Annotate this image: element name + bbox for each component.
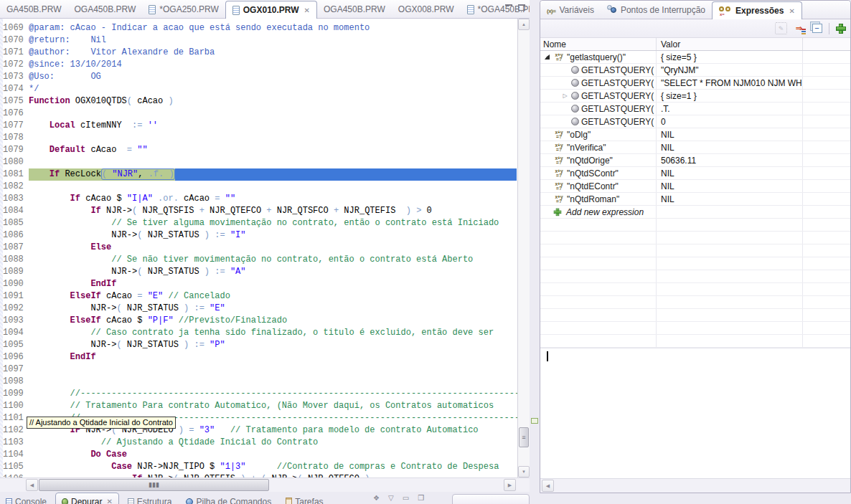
expression-row[interactable]: x+y=?"nQtdRoman"NIL [540,193,850,206]
view-tab-depurar[interactable]: Depurar✕ [55,493,119,504]
pane-divider[interactable] [530,0,540,504]
code-line-1089[interactable]: 1089 NJR->( NJR_STATUS ) := "A" [3,266,517,278]
code-line-1088[interactable]: 1088 // Se não tiver movimentação no con… [3,254,517,266]
editor-tab-ogx010prw[interactable]: OGX010.PRW✕ [225,1,317,19]
editor-vertical-scrollbar[interactable]: ▲ ≡ ▼ [517,19,530,477]
editor-tab-ogx008prw[interactable]: OGX008.PRW [392,1,461,18]
close-icon[interactable]: ✕ [789,7,794,15]
code-editor[interactable]: 1069@param: cAcao - Indicar a acao que e… [0,19,530,477]
code-line-1070[interactable]: 1070@return: Nil [3,34,517,47]
minimize-icon[interactable]: ▭ [403,494,409,502]
add-expression-row[interactable]: Add new expression [540,206,850,219]
column-header-value[interactable]: Valor [656,38,802,50]
editor-tab-oga450bprw[interactable]: OGA450B.PRW [317,1,392,18]
view-tab-console[interactable]: Console [0,493,52,504]
expression-row[interactable]: x+y=?"getlastquery()"{ size=5 } [540,51,850,64]
scroll-up-icon[interactable]: ▲ [518,19,530,30]
code-line-1083[interactable]: 1083 If cAcao $ "I|A" .or. cAcao = "" [3,193,517,205]
view-menu-icon[interactable]: ❖ [373,494,380,502]
expression-row[interactable]: GETLASTQUERY("SELECT * FROM NJM010 NJM W… [540,77,850,90]
code-line-1100[interactable]: 1100 // Tratamento Para contrato Automat… [3,400,517,412]
expression-row[interactable]: x+y=?"oDlg"NIL [540,128,850,141]
expressions-table-header[interactable]: Nome Valor [540,37,850,51]
editor-tab-ga450bprw[interactable]: GA450B.PRW [0,1,67,18]
scroll-left-icon[interactable]: ◀ [542,480,554,492]
expression-value: 50636.11 [656,154,802,166]
vertical-scroll-thumb[interactable]: ≡ [519,427,529,447]
code-line-1077[interactable]: 1077 Local cItemNNY := '' [3,120,517,132]
debug-tab-pontos-de-interrup-o[interactable]: Pontos de Interrupção [601,1,712,19]
expression-row[interactable]: GETLASTQUERY(0 [540,115,850,128]
code-line-1099[interactable]: 1099 //---------------------------------… [3,388,517,400]
code-line-1103[interactable]: 1103 // Ajustando a Qtidade Inicial do C… [3,437,517,449]
scroll-down-icon[interactable]: ▼ [518,466,530,477]
code-line-1082[interactable]: 1082 [3,181,517,193]
expression-detail-pane[interactable] [540,348,850,478]
expression-row[interactable]: x+y=?"nQtdEContr"NIL [540,180,850,193]
code-line-1080[interactable]: 1080 [3,156,517,168]
expression-row[interactable]: GETLASTQUERY(.T. [540,103,850,115]
code-line-1084[interactable]: 1084 If NJR->( NJR_QTSFIS + NJR_QTEFCO +… [3,205,517,217]
line-number: 1102 [3,424,24,437]
collapse-all-icon[interactable]: − [811,22,823,34]
expression-name: GETLASTQUERY( [581,65,654,75]
filter-icon[interactable]: ▽ [388,494,394,502]
code-line-1094[interactable]: 1094 // Caso contrato ja tenha sido fina… [3,327,517,339]
code-line-1076[interactable]: 1076 [3,108,517,120]
code-line-1092[interactable]: 1092 NJR->( NJR_STATUS ) := "E" [3,303,517,315]
scroll-right-icon[interactable]: ▶ [504,479,516,491]
code-line-1069[interactable]: 1069@param: cAcao - Indicar a acao que e… [3,22,517,34]
debug-tab-vari-veis[interactable]: (x)=Variáveis [540,1,601,19]
code-line-1074[interactable]: 1074*/ [3,83,517,95]
view-tab-tarefas[interactable]: Tarefas [280,493,329,504]
horizontal-scroll-thumb[interactable]: ▮▮▮ [39,479,269,491]
code-line-1104[interactable]: 1104 Do Case [3,449,517,461]
expression-row[interactable]: x+y=?"nVerifica"NIL [540,141,850,154]
column-header-name[interactable]: Nome [543,39,656,49]
code-line-1095[interactable]: 1095 NJR->( NJR_STATUS ) := "P" [3,339,517,351]
code-line-1105[interactable]: 1105 Case NJR->NJR_TIPO $ "1|3" //Contra… [3,461,517,473]
editor-horizontal-scrollbar[interactable]: ◀ ▮▮▮ ▶ [0,477,530,492]
editor-tab-oga250prw[interactable]: *OGA250.PRW [142,1,225,18]
expression-row[interactable]: GETLASTQUERY("QryNJM" [540,64,850,77]
maximize-icon[interactable] [518,4,525,11]
expression-row[interactable]: x+y=?"nQtdOrige"50636.11 [540,154,850,167]
view-tab-pilha-de-comandos[interactable]: Pilha de Comandos [180,493,277,504]
code-line-1098[interactable]: 1098 [3,376,517,388]
expression-row[interactable]: x+y=?"nQtdSContr"NIL [540,167,850,180]
expanded-twisty-icon[interactable] [543,54,551,60]
reevaluate-icon[interactable]: ⇒ [793,22,805,34]
code-line-1072[interactable]: 1072@since: 13/10/2014 [3,59,517,71]
detail-horizontal-scrollbar[interactable]: ◀ [540,478,850,493]
code-line-1093[interactable]: 1093 ElseIf cAcao $ "P|F" //Previsto/Fin… [3,315,517,327]
editor-tab-oga450bprw[interactable]: OGA450B.PRW [67,1,142,18]
scroll-left-icon[interactable]: ◀ [26,479,38,491]
code-line-1097[interactable]: 1097 [3,363,517,376]
add-expression-icon[interactable] [835,23,846,34]
minimize-icon[interactable] [505,4,512,11]
code-line-1081[interactable]: 1081 If RecLock( "NJR", .f. ) [3,168,517,181]
code-line-1071[interactable]: 1071@author: Vitor Alexandre de Barba [3,47,517,59]
code-line-1090[interactable]: 1090 EndIf [3,278,517,290]
code-line-1085[interactable]: 1085 // Se tiver alguma movimentação no … [3,217,517,229]
extra-cell [802,167,850,179]
code-line-1096[interactable]: 1096 EndIf [3,351,517,363]
view-tab-estrutura[interactable]: Estrutura [122,493,178,504]
code-line-1091[interactable]: 1091 ElseIf cAcao = "E" // Cancelado [3,290,517,303]
code-line-1079[interactable]: 1079 Default cAcao = "" [3,144,517,156]
tab-label: Pilha de Comandos [196,497,271,504]
line-number: 1086 [3,229,24,242]
debug-tab-express-es[interactable]: x=Expressões✕ [712,1,802,19]
code-line-1086[interactable]: 1086 NJR->( NJR_STATUS ) := "I" [3,229,517,242]
code-line-1073[interactable]: 1073@Uso: OG [3,71,517,83]
maximize-icon[interactable]: ❐ [418,494,424,502]
code-line-1087[interactable]: 1087 Else [3,242,517,254]
close-icon[interactable]: ✕ [106,498,112,504]
variables-icon: (x)= [547,5,555,15]
file-icon [149,5,156,14]
expression-row[interactable]: ▷GETLASTQUERY({ size=1 } [540,90,850,103]
code-line-1078[interactable]: 1078 [3,132,517,144]
collapsed-twisty-icon[interactable]: ▷ [561,92,569,99]
close-icon[interactable]: ✕ [304,6,310,14]
code-line-1075[interactable]: 1075Function OGX010QTDS( cAcao ) [3,95,517,108]
